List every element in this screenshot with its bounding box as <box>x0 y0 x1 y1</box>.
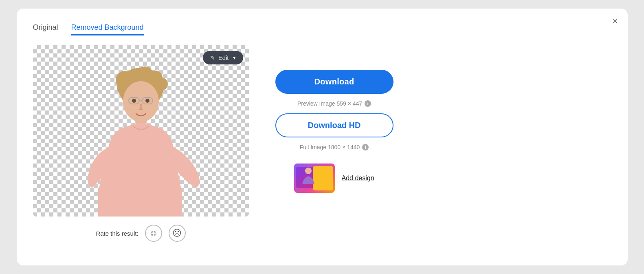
svg-point-5 <box>155 77 168 91</box>
close-button[interactable]: × <box>613 17 618 26</box>
rate-label: Rate this result: <box>96 230 138 237</box>
download-hd-button[interactable]: Download HD <box>275 113 393 137</box>
svg-point-12 <box>145 99 149 103</box>
image-container: ✎ Edit ▾ <box>33 45 249 217</box>
svg-point-15 <box>305 168 312 174</box>
person-figure <box>76 53 206 217</box>
chevron-down-icon: ▾ <box>233 55 236 61</box>
edit-label: Edit <box>218 54 229 61</box>
preview-info-icon[interactable]: i <box>365 100 371 107</box>
tab-original[interactable]: Original <box>33 23 58 35</box>
full-info-icon[interactable]: i <box>362 144 369 150</box>
design-cards <box>294 164 335 193</box>
content-area: ✎ Edit ▾ Rate this result: ☺ ☹ Download <box>33 45 611 242</box>
design-preview-thumbnail <box>294 164 335 193</box>
edit-button[interactable]: ✎ Edit ▾ <box>203 51 243 64</box>
add-design-section: Add design <box>294 164 374 193</box>
tab-bar: Original Removed Background <box>33 23 611 35</box>
full-info-text: Full Image 1800 × 1440 <box>300 144 360 150</box>
right-panel: Download Preview Image 559 × 447 i Downl… <box>273 45 396 193</box>
modal-container: × Original Removed Background <box>17 9 628 265</box>
full-info: Full Image 1800 × 1440 i <box>300 144 369 150</box>
svg-point-11 <box>132 99 136 103</box>
preview-info-text: Preview Image 559 × 447 <box>297 100 362 107</box>
tab-removed-background[interactable]: Removed Background <box>71 23 144 35</box>
preview-info: Preview Image 559 × 447 i <box>297 100 371 107</box>
add-design-button[interactable]: Add design <box>341 175 374 182</box>
pencil-icon: ✎ <box>210 55 215 61</box>
design-person-icon <box>297 166 320 186</box>
frown-icon: ☹ <box>172 228 182 239</box>
image-section: ✎ Edit ▾ Rate this result: ☺ ☹ <box>33 45 249 242</box>
download-button[interactable]: Download <box>275 70 393 94</box>
rate-section: Rate this result: ☺ ☹ <box>96 225 185 242</box>
svg-rect-14 <box>98 188 182 217</box>
thumbs-up-button[interactable]: ☺ <box>145 225 162 242</box>
smile-icon: ☺ <box>149 228 158 239</box>
thumbs-down-button[interactable]: ☹ <box>169 225 186 242</box>
